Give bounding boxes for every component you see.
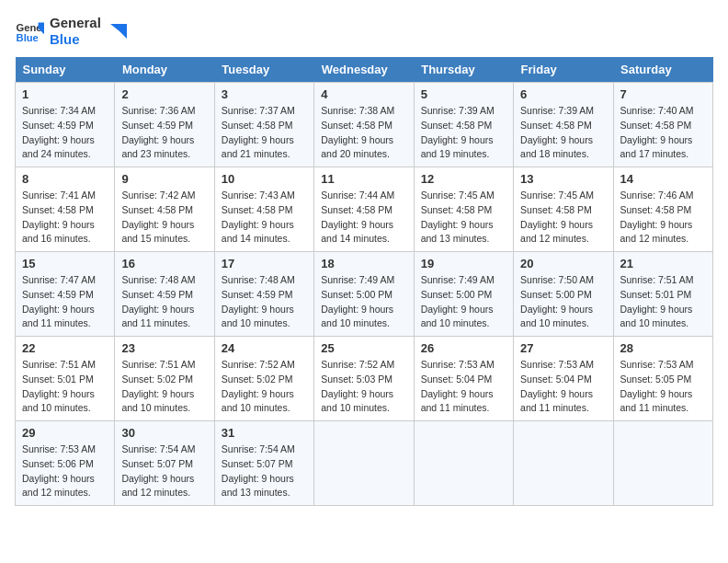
day-number: 26 — [421, 341, 506, 355]
day-cell-28: 28 Sunrise: 7:53 AM Sunset: 5:05 PM Dayl… — [613, 337, 712, 421]
sunset-label: Sunset: 4:58 PM — [620, 204, 692, 215]
daylight-label: Daylight: 9 hours and 10 minutes. — [121, 388, 194, 414]
logo-blue: Blue — [50, 31, 101, 48]
day-cell-21: 21 Sunrise: 7:51 AM Sunset: 5:01 PM Dayl… — [613, 252, 712, 337]
day-cell-8: 8 Sunrise: 7:41 AM Sunset: 4:58 PM Dayli… — [16, 167, 115, 252]
sunrise-label: Sunrise: 7:44 AM — [321, 190, 394, 201]
day-info: Sunrise: 7:39 AM Sunset: 4:58 PM Dayligh… — [421, 104, 506, 162]
day-cell-4: 4 Sunrise: 7:38 AM Sunset: 4:58 PM Dayli… — [314, 83, 414, 167]
day-number: 6 — [520, 87, 606, 101]
day-number: 10 — [222, 172, 307, 186]
daylight-label: Daylight: 9 hours and 10 minutes. — [22, 388, 95, 414]
day-info: Sunrise: 7:53 AM Sunset: 5:04 PM Dayligh… — [520, 358, 606, 416]
sunrise-label: Sunrise: 7:53 AM — [620, 359, 694, 370]
sunrise-label: Sunrise: 7:54 AM — [222, 443, 295, 454]
sunset-label: Sunset: 5:01 PM — [620, 289, 692, 300]
day-info: Sunrise: 7:53 AM Sunset: 5:04 PM Dayligh… — [421, 358, 506, 416]
day-number: 18 — [321, 257, 406, 270]
daylight-label: Daylight: 9 hours and 13 minutes. — [421, 219, 494, 245]
day-info: Sunrise: 7:49 AM Sunset: 5:00 PM Dayligh… — [421, 273, 506, 331]
day-cell-15: 15 Sunrise: 7:47 AM Sunset: 4:59 PM Dayl… — [16, 252, 115, 337]
day-cell-23: 23 Sunrise: 7:51 AM Sunset: 5:02 PM Dayl… — [115, 337, 214, 421]
sunrise-label: Sunrise: 7:38 AM — [321, 105, 394, 116]
daylight-label: Daylight: 9 hours and 10 minutes. — [321, 304, 393, 329]
day-number: 22 — [22, 341, 108, 355]
day-cell-22: 22 Sunrise: 7:51 AM Sunset: 5:01 PM Dayl… — [16, 337, 115, 421]
svg-text:Blue: Blue — [17, 32, 39, 43]
day-info: Sunrise: 7:54 AM Sunset: 5:07 PM Dayligh… — [222, 442, 307, 500]
day-cell-27: 27 Sunrise: 7:53 AM Sunset: 5:04 PM Dayl… — [514, 337, 613, 421]
day-info: Sunrise: 7:48 AM Sunset: 4:59 PM Dayligh… — [121, 273, 207, 331]
day-info: Sunrise: 7:52 AM Sunset: 5:03 PM Dayligh… — [321, 358, 406, 416]
sunset-label: Sunset: 5:07 PM — [222, 458, 293, 469]
day-number: 28 — [620, 341, 706, 355]
sunrise-label: Sunrise: 7:48 AM — [222, 274, 295, 285]
day-info: Sunrise: 7:53 AM Sunset: 5:05 PM Dayligh… — [620, 358, 706, 416]
day-cell-10: 10 Sunrise: 7:43 AM Sunset: 4:58 PM Dayl… — [214, 167, 313, 252]
daylight-label: Daylight: 9 hours and 10 minutes. — [620, 304, 693, 329]
day-info: Sunrise: 7:51 AM Sunset: 5:01 PM Dayligh… — [620, 273, 706, 331]
day-number: 5 — [421, 87, 506, 101]
sunrise-label: Sunrise: 7:45 AM — [421, 190, 495, 201]
day-number: 27 — [520, 341, 606, 355]
sunrise-label: Sunrise: 7:37 AM — [222, 105, 295, 116]
daylight-label: Daylight: 9 hours and 12 minutes. — [22, 473, 95, 499]
day-info: Sunrise: 7:34 AM Sunset: 4:59 PM Dayligh… — [22, 104, 108, 162]
day-cell-26: 26 Sunrise: 7:53 AM Sunset: 5:04 PM Dayl… — [414, 337, 513, 421]
day-info: Sunrise: 7:44 AM Sunset: 4:58 PM Dayligh… — [321, 189, 406, 247]
daylight-label: Daylight: 9 hours and 10 minutes. — [321, 388, 393, 414]
day-number: 12 — [421, 172, 506, 186]
sunrise-label: Sunrise: 7:36 AM — [121, 105, 195, 116]
sunset-label: Sunset: 5:03 PM — [321, 373, 392, 385]
sunset-label: Sunset: 5:00 PM — [520, 289, 592, 300]
svg-marker-3 — [110, 24, 127, 39]
sunset-label: Sunset: 5:05 PM — [620, 373, 692, 385]
sunrise-label: Sunrise: 7:45 AM — [520, 190, 594, 201]
day-info: Sunrise: 7:40 AM Sunset: 4:58 PM Dayligh… — [620, 104, 706, 162]
daylight-label: Daylight: 9 hours and 20 minutes. — [321, 134, 393, 160]
sunset-label: Sunset: 4:59 PM — [222, 289, 293, 300]
day-cell-12: 12 Sunrise: 7:45 AM Sunset: 4:58 PM Dayl… — [414, 167, 513, 252]
day-number: 24 — [222, 341, 307, 355]
sunrise-label: Sunrise: 7:53 AM — [22, 443, 96, 454]
day-number: 21 — [620, 257, 706, 270]
empty-day-cell — [613, 421, 712, 506]
day-info: Sunrise: 7:49 AM Sunset: 5:00 PM Dayligh… — [321, 273, 406, 331]
sunrise-label: Sunrise: 7:49 AM — [321, 274, 394, 285]
empty-day-cell — [514, 421, 613, 506]
day-cell-5: 5 Sunrise: 7:39 AM Sunset: 4:58 PM Dayli… — [414, 83, 513, 167]
day-number: 14 — [620, 172, 706, 186]
day-number: 31 — [222, 426, 307, 440]
daylight-label: Daylight: 9 hours and 10 minutes. — [421, 304, 494, 329]
header-monday: Monday — [115, 57, 214, 83]
daylight-label: Daylight: 9 hours and 10 minutes. — [520, 304, 593, 329]
daylight-label: Daylight: 9 hours and 16 minutes. — [22, 219, 95, 245]
sunset-label: Sunset: 5:04 PM — [520, 373, 592, 385]
day-cell-13: 13 Sunrise: 7:45 AM Sunset: 4:58 PM Dayl… — [514, 167, 613, 252]
logo-arrow-icon — [107, 18, 132, 44]
logo-icon: General Blue — [15, 17, 44, 46]
calendar-header-row: SundayMondayTuesdayWednesdayThursdayFrid… — [16, 57, 713, 83]
day-info: Sunrise: 7:36 AM Sunset: 4:59 PM Dayligh… — [121, 104, 207, 162]
day-info: Sunrise: 7:41 AM Sunset: 4:58 PM Dayligh… — [22, 189, 108, 247]
daylight-label: Daylight: 9 hours and 23 minutes. — [121, 134, 194, 160]
day-cell-31: 31 Sunrise: 7:54 AM Sunset: 5:07 PM Dayl… — [214, 421, 313, 506]
sunset-label: Sunset: 4:58 PM — [421, 120, 493, 131]
day-cell-30: 30 Sunrise: 7:54 AM Sunset: 5:07 PM Dayl… — [115, 421, 214, 506]
empty-day-cell — [314, 421, 414, 506]
sunset-label: Sunset: 4:58 PM — [22, 204, 94, 215]
sunrise-label: Sunrise: 7:39 AM — [421, 105, 495, 116]
calendar-week-row: 1 Sunrise: 7:34 AM Sunset: 4:59 PM Dayli… — [16, 83, 713, 167]
day-number: 16 — [121, 257, 207, 270]
sunset-label: Sunset: 4:58 PM — [520, 120, 592, 131]
day-number: 9 — [121, 172, 207, 186]
sunrise-label: Sunrise: 7:51 AM — [22, 359, 96, 370]
sunrise-label: Sunrise: 7:51 AM — [620, 274, 694, 285]
daylight-label: Daylight: 9 hours and 17 minutes. — [620, 134, 693, 160]
day-number: 29 — [22, 426, 108, 440]
sunset-label: Sunset: 4:58 PM — [321, 120, 392, 131]
day-number: 7 — [620, 87, 706, 101]
day-info: Sunrise: 7:43 AM Sunset: 4:58 PM Dayligh… — [222, 189, 307, 247]
daylight-label: Daylight: 9 hours and 21 minutes. — [222, 134, 294, 160]
header-sunday: Sunday — [16, 57, 115, 83]
